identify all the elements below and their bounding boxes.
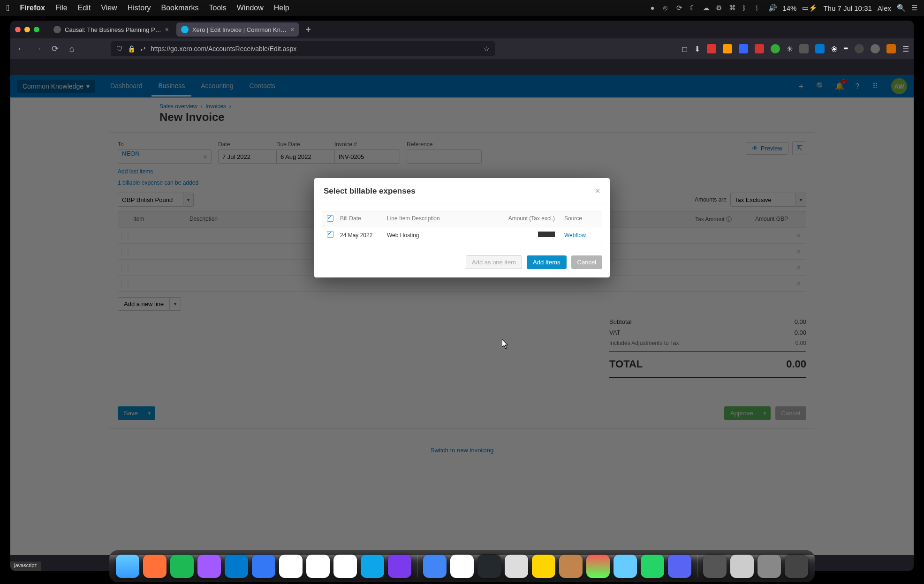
approve-button[interactable]: Approve — [724, 406, 759, 420]
volume-icon[interactable]: 🔊 — [768, 4, 777, 12]
ext-icon[interactable]: ✳ — [787, 45, 793, 53]
status-icon[interactable]: ☾ — [689, 4, 698, 12]
menu-history[interactable]: History — [128, 4, 151, 12]
ext-icon[interactable] — [707, 44, 716, 53]
row-checkbox[interactable] — [327, 231, 333, 238]
expense-row[interactable]: 24 May 2022 Web Hosting Webflow — [322, 227, 602, 243]
dock-app[interactable] — [613, 554, 637, 578]
help-icon[interactable]: ？ — [854, 82, 863, 91]
status-icon[interactable]: ☁︎ — [703, 4, 711, 12]
notifications-icon[interactable]: 🔔1 — [835, 82, 844, 91]
close-tab-icon[interactable]: × — [290, 26, 294, 33]
tax-mode-select[interactable] — [730, 193, 796, 207]
bluetooth-icon[interactable]: ᛒ — [742, 4, 750, 12]
dock-notion[interactable] — [333, 554, 357, 578]
ext-icon[interactable]: ≡ — [844, 45, 848, 53]
dock-app[interactable] — [586, 554, 610, 578]
dock-messages[interactable] — [252, 554, 275, 578]
ext-icon[interactable] — [871, 44, 880, 53]
pocket-icon[interactable]: ◻ — [682, 45, 688, 53]
add-as-one-item-button[interactable]: Add as one item — [466, 255, 522, 269]
hamburger-menu-icon[interactable]: ☰ — [902, 45, 909, 53]
dock-app[interactable] — [388, 554, 411, 578]
close-tab-icon[interactable]: × — [165, 26, 169, 33]
cancel-button[interactable]: Cancel — [775, 406, 806, 420]
nav-contacts[interactable]: Contacts — [243, 76, 282, 97]
add-items-button[interactable]: Add Items — [527, 255, 567, 269]
apps-icon[interactable]: ⠿ — [872, 82, 882, 91]
select-all-checkbox[interactable] — [327, 215, 333, 222]
to-input[interactable]: NEON × — [118, 150, 212, 164]
back-button[interactable]: ← — [15, 43, 27, 55]
nav-dashboard[interactable]: Dashboard — [104, 76, 149, 97]
dock-mail[interactable] — [306, 554, 330, 578]
ext-icon[interactable] — [739, 44, 748, 53]
invoice-number-input[interactable] — [334, 150, 400, 164]
delete-row-icon[interactable]: × — [792, 232, 806, 240]
ext-icon[interactable] — [723, 44, 732, 53]
currency-select[interactable] — [118, 193, 183, 207]
menu-view[interactable]: View — [101, 4, 117, 12]
menu-bookmarks[interactable]: Bookmarks — [161, 4, 198, 12]
modal-cancel-button[interactable]: Cancel — [571, 255, 602, 269]
ext-icon[interactable] — [799, 44, 809, 53]
add-new-line-button[interactable]: Add a new line — [118, 297, 170, 311]
table-row[interactable]: ⋮⋮× — [118, 275, 806, 291]
clear-icon[interactable]: × — [204, 153, 207, 161]
ext-icon[interactable] — [771, 44, 780, 53]
save-button[interactable]: Save — [118, 406, 144, 420]
approve-menu-icon[interactable]: ▾ — [759, 406, 771, 420]
reload-button[interactable]: ⟳ — [49, 43, 61, 55]
dock-calendar[interactable] — [450, 554, 474, 578]
menu-tools[interactable]: Tools — [209, 4, 226, 12]
status-icon[interactable]: ⌘ — [729, 4, 737, 12]
dock-trash[interactable] — [785, 554, 808, 578]
dock-app[interactable] — [559, 554, 583, 578]
ext-icon[interactable]: ❀ — [831, 45, 837, 53]
dock-app[interactable] — [532, 554, 555, 578]
url-bar[interactable]: 🛡 🔒 ⇄ https://go.xero.com/AccountsReceiv… — [111, 41, 495, 56]
dock-chrome[interactable] — [423, 554, 447, 578]
dock-app[interactable] — [505, 554, 528, 578]
dock-figma[interactable] — [197, 554, 221, 578]
app-name[interactable]: Firefox — [20, 4, 45, 12]
add-line-menu-icon[interactable]: ▾ — [170, 297, 181, 311]
menu-file[interactable]: File — [55, 4, 68, 12]
org-switcher[interactable]: Common Knowledge ▾ — [17, 80, 95, 93]
dock-slack[interactable] — [279, 554, 303, 578]
search-icon[interactable]: 🔍 — [816, 82, 826, 91]
menu-help[interactable]: Help — [274, 4, 289, 12]
forward-button[interactable]: → — [32, 43, 44, 55]
menu-window[interactable]: Window — [237, 4, 264, 12]
modal-close-icon[interactable]: × — [595, 186, 600, 196]
nav-accounting[interactable]: Accounting — [194, 76, 240, 97]
dock-spotify[interactable] — [170, 554, 194, 578]
home-button[interactable]: ⌂ — [66, 43, 78, 55]
dock-finder[interactable] — [116, 554, 139, 578]
row-source-link[interactable]: Webflow — [564, 232, 586, 239]
dock-github[interactable] — [477, 554, 501, 578]
ext-icon[interactable] — [855, 44, 864, 53]
control-center-icon[interactable]: ☰ — [911, 4, 917, 12]
window-maximize[interactable] — [34, 27, 39, 32]
status-icon[interactable]: ⎋ — [663, 4, 672, 12]
delete-row-icon[interactable]: × — [792, 247, 806, 256]
spotlight-icon[interactable]: 🔍 — [897, 4, 906, 12]
ext-icon[interactable] — [886, 44, 896, 53]
downloads-icon[interactable]: ⬇ — [694, 45, 700, 53]
dock-app[interactable] — [757, 554, 781, 578]
tab-xero[interactable]: Xero | Edit Invoice | Common Kn… × — [176, 22, 299, 37]
new-tab-button[interactable]: + — [302, 24, 315, 35]
dock-app[interactable] — [361, 554, 384, 578]
nav-business[interactable]: Business — [151, 76, 191, 97]
menu-edit[interactable]: Edit — [78, 4, 91, 12]
chevron-down-icon[interactable]: ▾ — [796, 193, 806, 207]
shield-icon[interactable]: 🛡 — [116, 45, 123, 52]
reference-input[interactable] — [407, 150, 482, 164]
user-name[interactable]: Alex — [878, 4, 891, 12]
status-icon[interactable]: ● — [650, 4, 659, 12]
clock[interactable]: Thu 7 Jul 10:31 — [823, 4, 871, 12]
switch-invoicing-link[interactable]: Switch to new invoicing — [431, 447, 493, 454]
apple-menu-icon[interactable]:  — [7, 3, 10, 13]
lock-icon[interactable]: 🔒 — [128, 45, 136, 52]
